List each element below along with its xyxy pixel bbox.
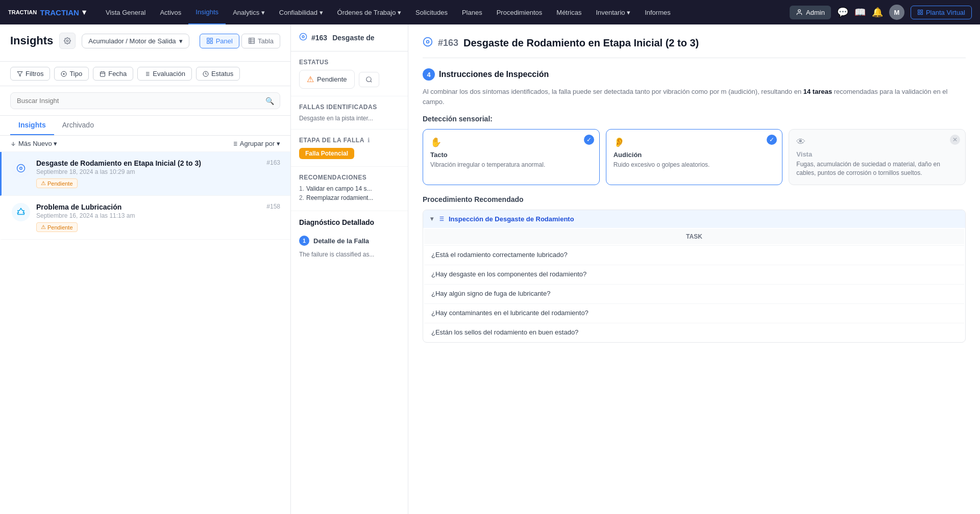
middle-insight-id: #163 [311, 34, 327, 42]
insight-item-name: Desgaste de Rodamiento en Etapa Inicial … [36, 159, 280, 167]
nav-metricas[interactable]: Métricas [549, 0, 589, 24]
section-desc-bold: 14 tareas [803, 88, 832, 95]
status-badge-pending[interactable]: ⚠ Pendiente [299, 70, 355, 89]
task-table: Task ¿Está el rodamiento correctamente l… [423, 228, 965, 342]
admin-label: Admin [806, 9, 825, 16]
pending-icon: ⚠ [41, 180, 46, 187]
table-row[interactable]: ¿Hay contaminantes en el lubricante del … [424, 303, 964, 322]
card-desc-audicion: Ruido excesivo o golpes aleatorios. [614, 161, 775, 169]
tipo-label: Tipo [69, 70, 82, 78]
procedure-header[interactable]: ▾ Inspección de Desgaste de Rodamiento [423, 210, 965, 228]
status-value: Pendiente [317, 75, 347, 83]
tipo-filter-button[interactable]: Tipo [54, 67, 89, 81]
right-panel-title: Desgaste de Rodamiento en Etapa Inicial … [463, 37, 699, 49]
step-badge: 1 [299, 236, 309, 246]
location-selector[interactable]: Acumulador / Motor de Salida ▾ [82, 34, 189, 48]
settings-icon-button[interactable] [59, 33, 76, 49]
brand-chevron: ▾ [82, 8, 86, 17]
avatar[interactable]: M [889, 5, 904, 20]
section-desc-1: Al combinar los dos síntomas identificad… [423, 88, 803, 95]
admin-button[interactable]: Admin [790, 6, 831, 19]
list-tabs: Insights Archivado [0, 116, 290, 136]
section-title: Instrucciones de Inspección [439, 70, 549, 79]
nav-inventario[interactable]: Inventario ▾ [589, 0, 638, 24]
detalle-desc: The failure is classified as... [291, 251, 408, 263]
sensorial-card-audicion[interactable]: 👂 Audición Ruido excesivo o golpes aleat… [606, 129, 783, 185]
detalle-header: 1 Detalle de la Falla [291, 230, 408, 251]
nav-analytics[interactable]: Analytics ▾ [226, 0, 272, 24]
search-row: 🔍 [0, 86, 290, 116]
step-number-badge: 4 [423, 68, 435, 81]
bearing-icon [12, 159, 30, 177]
nav-vista-general[interactable]: Vista General [99, 0, 153, 24]
messages-icon[interactable]: 💬 [837, 7, 848, 18]
insight-number: #163 [266, 159, 280, 166]
nav-procedimientos[interactable]: Procedimientos [489, 0, 550, 24]
card-desc-vista: Fugas, acumulación de suciedad o materia… [796, 160, 958, 177]
planta-virtual-button[interactable]: Planta Virtual [911, 6, 972, 19]
fecha-filter-button[interactable]: Fecha [93, 67, 133, 81]
planta-virtual-label: Planta Virtual [926, 9, 965, 16]
tabla-view-label: Tabla [258, 37, 274, 45]
filtros-button[interactable]: Filtros [10, 67, 50, 81]
sensorial-card-tacto[interactable]: ✋ Tacto Vibración irregular o temperatur… [423, 129, 600, 185]
bearing-icon-mid [299, 33, 307, 43]
etapa-section: Etapa de la Falla ℹ Falla Potencial [291, 130, 408, 167]
filtros-label: Filtros [26, 70, 43, 78]
info-icon: ℹ [368, 137, 370, 144]
insights-header: Insights Acumulador / Motor de Salida ▾ … [0, 24, 290, 62]
brand-logo[interactable]: TRACTIAN TRACTIAN ▾ [8, 8, 86, 17]
search-action-button[interactable] [359, 72, 379, 87]
group-label: Agrupar por ▾ [240, 140, 280, 147]
svg-rect-2 [921, 10, 923, 12]
sort-group-row: Más Nuevo ▾ Agrupar por ▾ [0, 136, 290, 152]
estatus-filter-button[interactable]: Estatus [196, 67, 240, 81]
insight-item-date: Septiembre 18, 2024 a las 10:29 am [36, 168, 280, 175]
ear-icon: 👂 [614, 137, 775, 148]
svg-point-36 [17, 165, 25, 172]
panel-view-button[interactable]: Panel [200, 34, 239, 48]
sort-button[interactable]: Más Nuevo ▾ [10, 140, 57, 147]
insights-title-row: Insights Acumulador / Motor de Salida ▾ … [10, 33, 280, 49]
table-row[interactable]: ¿Hay algún signo de fuga de lubricante? [424, 284, 964, 302]
table-row[interactable]: ¿Hay desgaste en los componentes del rod… [424, 265, 964, 283]
book-icon[interactable]: 📖 [854, 7, 866, 18]
svg-line-41 [370, 81, 372, 82]
svg-point-43 [427, 41, 429, 43]
brand-name: TRACTIAN [40, 8, 79, 17]
nav-planes[interactable]: Planes [455, 0, 489, 24]
evaluacion-filter-button[interactable]: Evaluación [137, 67, 192, 81]
top-navigation: TRACTIAN TRACTIAN ▾ Vista General Activo… [0, 0, 980, 24]
table-row[interactable]: ¿Está el rodamiento correctamente lubric… [424, 245, 964, 264]
tabla-view-button[interactable]: Tabla [241, 34, 280, 48]
sensorial-label: Detección sensorial: [423, 115, 966, 123]
fallas-value: Desgaste en la pista inter... [299, 115, 400, 122]
table-row[interactable]: ¿Están los sellos del rodamiento en buen… [424, 323, 964, 341]
tab-archivado[interactable]: Archivado [54, 116, 102, 135]
task-item: ¿Hay algún signo de fuga de lubricante? [424, 284, 964, 302]
recomendaciones-label: Recomendaciones [299, 174, 400, 181]
nav-activos[interactable]: Activos [153, 0, 188, 24]
insight-item-content: Desgaste de Rodamiento en Etapa Inicial … [36, 159, 280, 188]
proc-label: Procedimiento Recomendado [423, 195, 966, 203]
svg-point-40 [366, 76, 371, 81]
group-button[interactable]: Agrupar por ▾ [232, 140, 280, 147]
nav-confiabilidad[interactable]: Confiabilidad ▾ [272, 0, 330, 24]
bell-icon[interactable]: 🔔 [872, 7, 883, 18]
sensorial-cards: ✋ Tacto Vibración irregular o temperatur… [423, 129, 966, 185]
fallas-section: Fallas Identificadas Desgaste en la pist… [291, 96, 408, 130]
search-input[interactable] [10, 92, 280, 109]
nav-right: Admin 💬 📖 🔔 M Planta Virtual [790, 5, 972, 20]
fallas-label: Fallas Identificadas [299, 104, 400, 111]
nav-solicitudes[interactable]: Solicitudes [408, 0, 455, 24]
list-item[interactable]: Problema de Lubricación Septiembre 16, 2… [0, 196, 290, 240]
task-column-header: Task [424, 229, 964, 244]
list-item[interactable]: Desgaste de Rodamiento en Etapa Inicial … [0, 152, 290, 196]
sensorial-card-vista[interactable]: 👁 Vista Fugas, acumulación de suciedad o… [789, 129, 966, 185]
tab-insights[interactable]: Insights [10, 116, 54, 135]
nav-insights[interactable]: Insights [188, 0, 226, 24]
nav-ordenes[interactable]: Órdenes de Trabajo ▾ [330, 0, 409, 24]
status-badge: ⚠ Pendiente [36, 222, 78, 232]
middle-title-partial: Desgaste de [332, 34, 374, 42]
nav-informes[interactable]: Informes [638, 0, 678, 24]
